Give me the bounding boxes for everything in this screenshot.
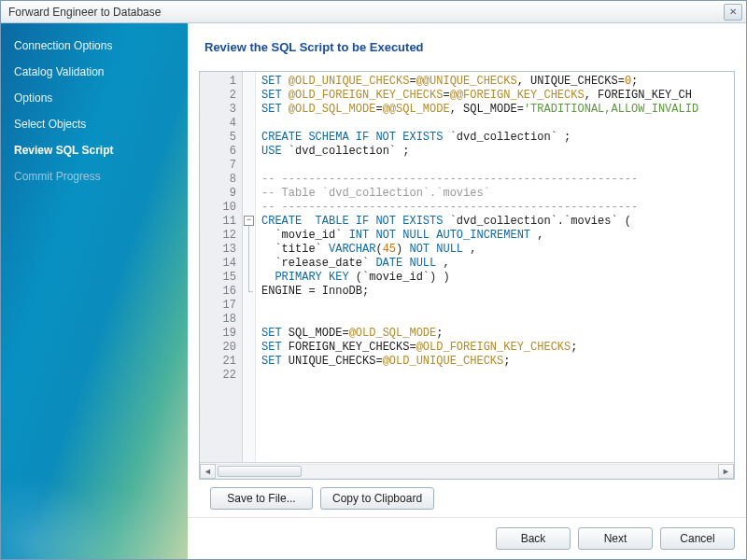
wizard-step[interactable]: Connection Options (1, 33, 188, 59)
wizard-step[interactable]: Options (1, 85, 188, 111)
line-number: 20 (200, 341, 236, 355)
line-number: 12 (200, 229, 236, 243)
cancel-button[interactable]: Cancel (660, 527, 735, 550)
wizard-footer: Back Next Cancel (188, 517, 746, 550)
code-line: SET @OLD_SQL_MODE=@@SQL_MODE, SQL_MODE='… (261, 103, 734, 117)
code-line (261, 313, 734, 327)
fold-end (248, 291, 253, 292)
dialog-window: Forward Engineer to Database ✕ Connectio… (0, 0, 747, 560)
code-line: -- -------------------------------------… (261, 201, 734, 215)
code-line (261, 159, 734, 173)
scroll-left-button[interactable]: ◄ (200, 464, 216, 479)
line-number-gutter: 12345678910111213141516171819202122 (200, 72, 243, 462)
line-number: 10 (200, 201, 236, 215)
window-title: Forward Engineer to Database (8, 6, 724, 19)
line-number: 19 (200, 327, 236, 341)
line-number: 9 (200, 187, 236, 201)
horizontal-scrollbar[interactable]: ◄ ► (200, 462, 734, 479)
line-number: 8 (200, 173, 236, 187)
code-line: ENGINE = InnoDB; (261, 285, 734, 299)
line-number: 21 (200, 355, 236, 369)
code-line: `title` VARCHAR(45) NOT NULL , (261, 243, 734, 257)
code-line: SET FOREIGN_KEY_CHECKS=@OLD_FOREIGN_KEY_… (261, 341, 734, 355)
line-number: 16 (200, 285, 236, 299)
code-line (261, 299, 734, 313)
save-to-file-button[interactable]: Save to File... (210, 487, 313, 510)
copy-to-clipboard-button[interactable]: Copy to Clipboard (320, 487, 434, 510)
code-line (261, 369, 734, 383)
scroll-track[interactable] (216, 464, 718, 479)
line-number: 11 (200, 215, 236, 229)
line-number: 18 (200, 313, 236, 327)
code-area[interactable]: SET @OLD_UNIQUE_CHECKS=@@UNIQUE_CHECKS, … (256, 72, 734, 462)
code-line: -- -------------------------------------… (261, 173, 734, 187)
line-number: 15 (200, 271, 236, 285)
sql-editor: 12345678910111213141516171819202122 − SE… (199, 71, 735, 480)
code-line: SET SQL_MODE=@OLD_SQL_MODE; (261, 327, 734, 341)
wizard-steps: Connection OptionsCatalog ValidationOpti… (1, 33, 188, 189)
code-line: SET @OLD_FOREIGN_KEY_CHECKS=@@FOREIGN_KE… (261, 89, 734, 103)
editor-actions: Save to File... Copy to Clipboard (199, 480, 735, 510)
back-button[interactable]: Back (496, 527, 571, 550)
line-number: 22 (200, 369, 236, 383)
code-line: PRIMARY KEY (`movie_id`) ) (261, 271, 734, 285)
line-number: 13 (200, 243, 236, 257)
dialog-body: Connection OptionsCatalog ValidationOpti… (1, 23, 746, 559)
titlebar: Forward Engineer to Database ✕ (1, 1, 746, 23)
code-line: USE `dvd_collection` ; (261, 145, 734, 159)
main-inner: Review the SQL Script to be Executed 123… (188, 35, 746, 510)
line-number: 3 (200, 103, 236, 117)
page-heading: Review the SQL Script to be Executed (204, 40, 735, 54)
fold-toggle-icon[interactable]: − (244, 216, 254, 226)
line-number: 14 (200, 257, 236, 271)
code-line: `release_date` DATE NULL , (261, 257, 734, 271)
line-number: 4 (200, 117, 236, 131)
code-line (261, 117, 734, 131)
code-line: CREATE TABLE IF NOT EXISTS `dvd_collecti… (261, 215, 734, 229)
main-panel: Review the SQL Script to be Executed 123… (188, 23, 746, 559)
wizard-step[interactable]: Review SQL Script (1, 137, 188, 163)
scroll-thumb[interactable] (218, 466, 302, 477)
wizard-sidebar: Connection OptionsCatalog ValidationOpti… (1, 23, 188, 559)
code-line: `movie_id` INT NOT NULL AUTO_INCREMENT , (261, 229, 734, 243)
code-line: -- Table `dvd_collection`.`movies` (261, 187, 734, 201)
editor-scroll: 12345678910111213141516171819202122 − SE… (200, 72, 734, 462)
code-line: SET UNIQUE_CHECKS=@OLD_UNIQUE_CHECKS; (261, 355, 734, 369)
wizard-step[interactable]: Catalog Validation (1, 59, 188, 85)
fold-guide (248, 226, 249, 291)
line-number: 6 (200, 145, 236, 159)
line-number: 2 (200, 89, 236, 103)
line-number: 17 (200, 299, 236, 313)
line-number: 1 (200, 75, 236, 89)
line-number: 7 (200, 159, 236, 173)
close-icon[interactable]: ✕ (724, 4, 742, 21)
wizard-step[interactable]: Commit Progress (1, 163, 188, 189)
code-line: CREATE SCHEMA IF NOT EXISTS `dvd_collect… (261, 131, 734, 145)
line-number: 5 (200, 131, 236, 145)
next-button[interactable]: Next (578, 527, 653, 550)
scroll-right-button[interactable]: ► (718, 464, 734, 479)
wizard-step[interactable]: Select Objects (1, 111, 188, 137)
fold-column: − (243, 72, 256, 462)
code-line: SET @OLD_UNIQUE_CHECKS=@@UNIQUE_CHECKS, … (261, 75, 734, 89)
